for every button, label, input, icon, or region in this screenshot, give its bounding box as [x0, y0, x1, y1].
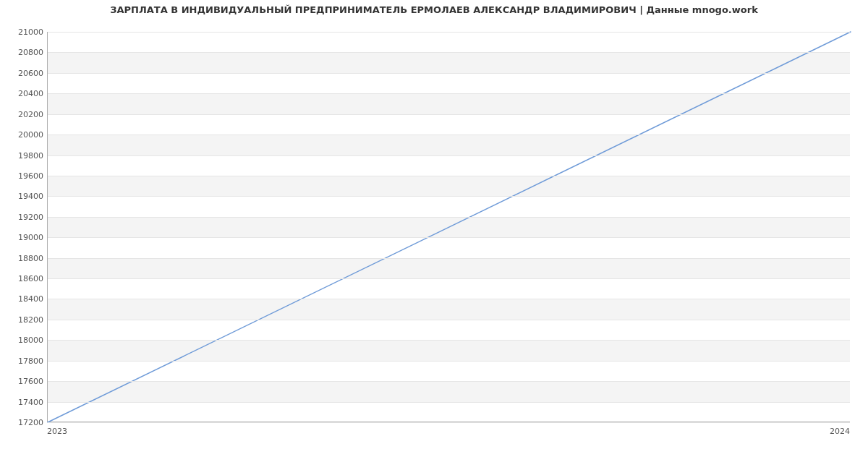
y-tick-label: 19800	[7, 150, 43, 160]
y-tick-label: 19400	[7, 192, 43, 201]
x-tick-label: 2023	[47, 427, 67, 436]
grid-line	[48, 196, 850, 197]
y-tick-label: 18400	[7, 294, 43, 304]
y-tick-label: 20200	[7, 109, 43, 119]
grid-line	[48, 340, 850, 341]
y-tick-label: 20000	[7, 130, 43, 140]
grid-line	[48, 361, 850, 362]
grid-line	[48, 299, 850, 299]
y-tick-label: 17600	[7, 377, 43, 386]
y-tick-label: 20800	[7, 48, 43, 57]
grid-line	[48, 422, 850, 423]
y-tick-label: 18800	[7, 253, 43, 262]
grid-line	[48, 134, 850, 135]
y-tick-label: 18200	[7, 315, 43, 324]
grid-line	[48, 155, 850, 156]
chart-title: ЗАРПЛАТА В ИНДИВИДУАЛЬНЫЙ ПРЕДПРИНИМАТЕЛ…	[0, 4, 868, 15]
y-tick-label: 19200	[7, 212, 43, 221]
grid-line	[48, 381, 850, 382]
y-tick-label: 17400	[7, 397, 43, 406]
grid-line	[48, 93, 850, 94]
grid-line	[48, 217, 850, 218]
grid-line	[48, 114, 850, 115]
y-tick-label: 20600	[7, 68, 43, 77]
grid-line	[48, 52, 850, 53]
grid-line	[48, 237, 850, 238]
line-series-svg	[48, 32, 850, 422]
grid-line	[48, 73, 850, 74]
y-tick-label: 18600	[7, 274, 43, 283]
x-tick-label: 2024	[828, 427, 850, 436]
y-tick-label: 20400	[7, 89, 43, 98]
grid-line	[48, 258, 850, 259]
y-tick-label: 19000	[7, 233, 43, 242]
grid-line	[48, 32, 850, 33]
y-tick-label: 17200	[7, 418, 43, 427]
grid-line	[48, 176, 850, 176]
grid-line	[48, 320, 850, 320]
grid-line	[48, 402, 850, 403]
salary-line-chart: ЗАРПЛАТА В ИНДИВИДУАЛЬНЫЙ ПРЕДПРИНИМАТЕЛ…	[0, 0, 868, 470]
grid-line	[48, 278, 850, 279]
y-tick-label: 17800	[7, 356, 43, 365]
y-tick-label: 21000	[7, 27, 43, 37]
y-tick-label: 18000	[7, 336, 43, 345]
y-tick-label: 19600	[7, 171, 43, 180]
series-line	[48, 32, 851, 422]
plot-area	[47, 32, 850, 422]
